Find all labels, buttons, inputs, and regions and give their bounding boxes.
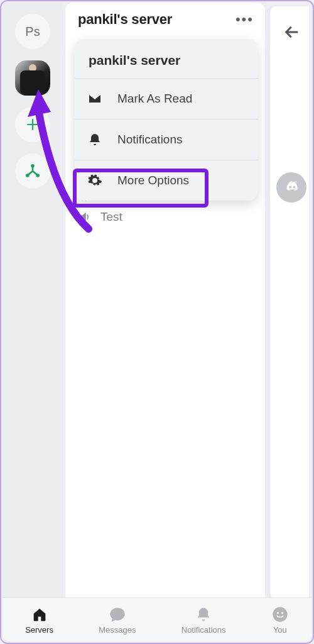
menu-more-options[interactable]: More Options (75, 160, 257, 201)
mail-icon (87, 91, 102, 106)
server-context-menu: pankil's server Mark As Read Notificatio… (75, 39, 257, 201)
menu-label: Notifications (117, 133, 183, 147)
nav-label: Notifications (181, 625, 226, 635)
arrow-left-icon (283, 23, 301, 41)
svg-point-0 (31, 164, 35, 168)
nav-messages[interactable]: Messages (99, 606, 136, 635)
back-button[interactable] (281, 21, 303, 43)
server-avatar[interactable] (15, 60, 50, 96)
gear-icon (87, 173, 102, 188)
add-server-button[interactable] (15, 107, 50, 142)
hub-icon (24, 162, 41, 180)
menu-notifications[interactable]: Notifications (75, 119, 257, 160)
you-icon (271, 606, 289, 623)
popup-title: pankil's server (75, 39, 257, 78)
nav-you[interactable]: You (271, 606, 289, 635)
discover-button[interactable] (15, 153, 50, 189)
server-menu-button[interactable]: ••• (236, 11, 254, 28)
server-title: pankil's server (78, 11, 172, 28)
nav-label: Messages (99, 625, 136, 635)
discord-icon (282, 178, 301, 197)
chat-panel-sliver (270, 6, 309, 599)
menu-mark-as-read[interactable]: Mark As Read (75, 79, 257, 119)
svg-point-3 (273, 607, 287, 621)
bottom-nav: Servers Messages Notifications You (3, 597, 311, 641)
channel-test[interactable]: Test (65, 206, 265, 228)
menu-label: More Options (117, 174, 189, 187)
speaker-icon (78, 210, 92, 224)
bell-icon (87, 132, 102, 147)
nav-label: You (273, 625, 287, 635)
nav-label: Servers (25, 625, 53, 635)
server-rail: Ps (3, 3, 63, 599)
svg-point-5 (281, 612, 283, 614)
servers-icon (31, 606, 48, 623)
messages-icon (109, 606, 126, 623)
menu-label: Mark As Read (117, 92, 192, 106)
svg-point-4 (277, 612, 279, 614)
nav-servers[interactable]: Servers (25, 606, 53, 635)
plus-icon (24, 116, 41, 133)
nav-notifications[interactable]: Notifications (181, 606, 226, 635)
profile-server-bubble[interactable]: Ps (15, 14, 50, 49)
channel-label: Test (100, 210, 122, 224)
discord-avatar[interactable] (276, 172, 306, 203)
bell-icon (195, 606, 212, 623)
